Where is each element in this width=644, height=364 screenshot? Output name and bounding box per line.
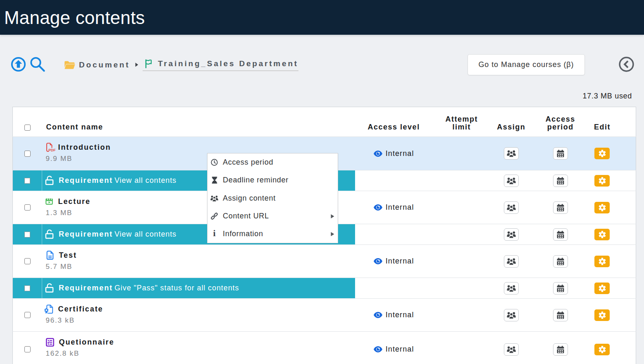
svg-text:PDF: PDF [48,148,55,152]
